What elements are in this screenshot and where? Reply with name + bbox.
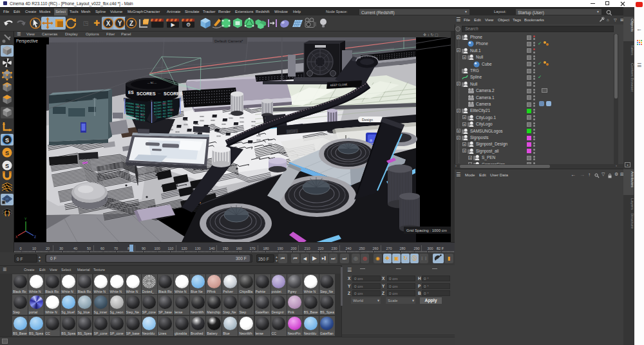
svg-text:S: S <box>5 137 9 144</box>
svg-text:( ): ( ) <box>5 210 10 216</box>
svg-text:S: S <box>5 163 9 169</box>
svg-text:Y: Y <box>118 20 122 27</box>
svg-text:Z: Z <box>34 235 36 239</box>
svg-text:031: 031 <box>137 105 140 108</box>
svg-text:Default Camera*: Default Camera* <box>214 39 243 43</box>
svg-text:Grid Spacing : 1000 cm: Grid Spacing : 1000 cm <box>406 228 447 232</box>
svg-text:Design: Design <box>362 118 373 122</box>
svg-text:.... SC ....: .... SC .... <box>147 82 157 84</box>
svg-text:SCORES: SCORES <box>137 91 156 96</box>
svg-text:Perspective: Perspective <box>16 39 38 44</box>
svg-text:⚙: ⚙ <box>186 22 191 28</box>
svg-text:X: X <box>106 20 111 27</box>
svg-text:Z: Z <box>129 20 133 27</box>
svg-text:SCORES: SCORES <box>164 91 183 96</box>
svg-text:515: 515 <box>170 108 174 111</box>
svg-text:113: 113 <box>140 113 144 117</box>
svg-text:▶: ▶ <box>171 22 175 28</box>
svg-text:240: 240 <box>162 102 166 105</box>
svg-text:❄: ❄ <box>369 138 373 143</box>
svg-text:....: .... <box>158 91 160 95</box>
svg-text:S: S <box>5 150 9 156</box>
svg-text:ES: ES <box>128 90 134 95</box>
